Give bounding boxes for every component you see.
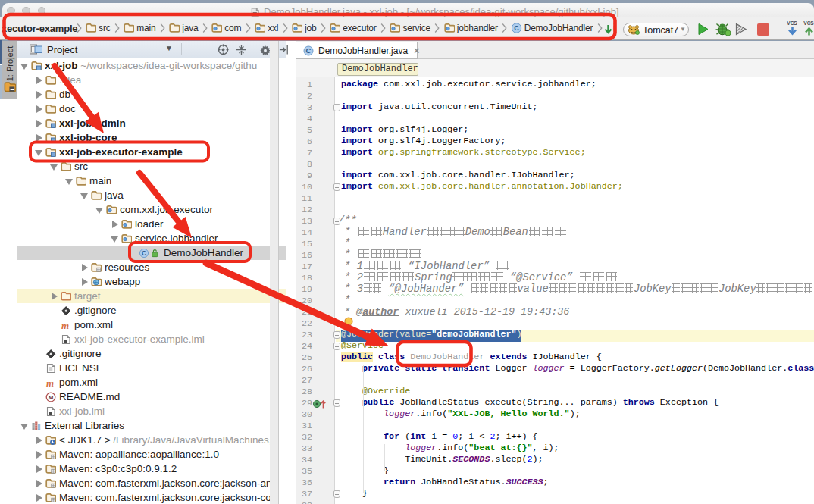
svg-text:m: m: [61, 320, 69, 330]
svg-text:C: C: [514, 24, 519, 32]
svg-text:m: m: [46, 377, 54, 388]
svg-text:M: M: [49, 394, 54, 401]
svg-text:C: C: [306, 46, 312, 55]
svg-text:C: C: [142, 249, 146, 256]
